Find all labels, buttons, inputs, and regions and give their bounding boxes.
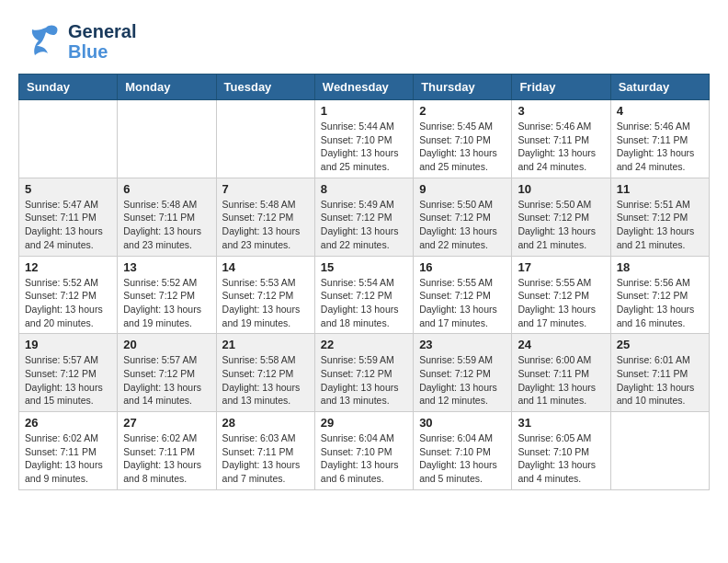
calendar-cell: 12Sunrise: 5:52 AMSunset: 7:12 PMDayligh… — [19, 256, 118, 334]
day-info: Sunrise: 5:50 AMSunset: 7:12 PMDaylight:… — [518, 198, 604, 252]
day-info: Sunrise: 5:54 AMSunset: 7:12 PMDaylight:… — [321, 276, 407, 330]
day-info: Sunrise: 5:45 AMSunset: 7:10 PMDaylight:… — [419, 120, 506, 174]
calendar-cell — [19, 100, 118, 178]
calendar-cell: 25Sunrise: 6:01 AMSunset: 7:11 PMDayligh… — [610, 334, 709, 412]
day-number: 15 — [321, 260, 407, 274]
day-number: 4 — [617, 104, 703, 118]
day-info: Sunrise: 5:44 AMSunset: 7:10 PMDaylight:… — [321, 120, 407, 174]
day-info: Sunrise: 5:57 AMSunset: 7:12 PMDaylight:… — [123, 353, 210, 408]
logo: General Blue — [18, 18, 136, 64]
calendar-cell: 13Sunrise: 5:52 AMSunset: 7:12 PMDayligh… — [118, 256, 216, 334]
calendar-cell: 11Sunrise: 5:51 AMSunset: 7:12 PMDayligh… — [610, 178, 709, 256]
day-number: 14 — [222, 260, 309, 274]
calendar-cell: 14Sunrise: 5:53 AMSunset: 7:12 PMDayligh… — [216, 256, 314, 334]
calendar-cell: 1Sunrise: 5:44 AMSunset: 7:10 PMDaylight… — [314, 100, 413, 178]
calendar-cell: 22Sunrise: 5:59 AMSunset: 7:12 PMDayligh… — [314, 334, 413, 412]
calendar-cell: 30Sunrise: 6:04 AMSunset: 7:10 PMDayligh… — [414, 412, 512, 490]
calendar-week-row: 5Sunrise: 5:47 AMSunset: 7:11 PMDaylight… — [19, 178, 710, 256]
day-info: Sunrise: 5:56 AMSunset: 7:12 PMDaylight:… — [617, 276, 703, 330]
day-number: 26 — [25, 416, 111, 430]
day-info: Sunrise: 5:58 AMSunset: 7:12 PMDaylight:… — [222, 353, 309, 408]
day-info: Sunrise: 5:52 AMSunset: 7:12 PMDaylight:… — [25, 276, 111, 330]
day-info: Sunrise: 5:52 AMSunset: 7:12 PMDaylight:… — [123, 276, 210, 330]
calendar-cell: 9Sunrise: 5:50 AMSunset: 7:12 PMDaylight… — [414, 178, 512, 256]
calendar-cell — [118, 100, 216, 178]
calendar-cell: 19Sunrise: 5:57 AMSunset: 7:12 PMDayligh… — [19, 334, 118, 412]
day-number: 7 — [222, 182, 309, 196]
day-number: 22 — [321, 338, 407, 351]
day-number: 20 — [123, 338, 210, 351]
day-info: Sunrise: 5:59 AMSunset: 7:12 PMDaylight:… — [321, 353, 407, 408]
day-number: 30 — [419, 416, 506, 430]
column-header-monday: Monday — [118, 75, 216, 100]
calendar-cell: 6Sunrise: 5:48 AMSunset: 7:11 PMDaylight… — [118, 178, 216, 256]
day-info: Sunrise: 6:04 AMSunset: 7:10 PMDaylight:… — [321, 431, 407, 486]
day-number: 25 — [617, 338, 703, 351]
day-number: 5 — [25, 182, 111, 196]
day-number: 17 — [518, 260, 604, 274]
calendar-cell: 26Sunrise: 6:02 AMSunset: 7:11 PMDayligh… — [19, 412, 118, 490]
column-header-sunday: Sunday — [19, 75, 118, 100]
day-info: Sunrise: 6:01 AMSunset: 7:11 PMDaylight:… — [617, 353, 703, 408]
day-number: 29 — [321, 416, 407, 430]
day-info: Sunrise: 6:00 AMSunset: 7:11 PMDaylight:… — [518, 353, 604, 408]
day-number: 10 — [518, 182, 604, 196]
day-number: 28 — [222, 416, 309, 430]
day-number: 8 — [321, 182, 407, 196]
calendar-cell: 21Sunrise: 5:58 AMSunset: 7:12 PMDayligh… — [216, 334, 314, 412]
day-number: 2 — [419, 104, 506, 118]
calendar-cell: 20Sunrise: 5:57 AMSunset: 7:12 PMDayligh… — [118, 334, 216, 412]
day-info: Sunrise: 6:02 AMSunset: 7:11 PMDaylight:… — [123, 431, 210, 486]
day-number: 23 — [419, 338, 506, 351]
calendar-cell: 5Sunrise: 5:47 AMSunset: 7:11 PMDaylight… — [19, 178, 118, 256]
day-number: 19 — [25, 338, 111, 351]
column-header-wednesday: Wednesday — [314, 75, 413, 100]
day-number: 16 — [419, 260, 506, 274]
calendar-header-row: SundayMondayTuesdayWednesdayThursdayFrid… — [19, 75, 710, 100]
column-header-thursday: Thursday — [414, 75, 512, 100]
calendar-week-row: 26Sunrise: 6:02 AMSunset: 7:11 PMDayligh… — [19, 412, 710, 490]
day-number: 21 — [222, 338, 309, 351]
day-number: 13 — [123, 260, 210, 274]
day-number: 1 — [321, 104, 407, 118]
day-number: 12 — [25, 260, 111, 274]
day-info: Sunrise: 5:48 AMSunset: 7:12 PMDaylight:… — [222, 198, 309, 252]
calendar-table: SundayMondayTuesdayWednesdayThursdayFrid… — [18, 74, 710, 490]
column-header-saturday: Saturday — [610, 75, 709, 100]
day-info: Sunrise: 5:46 AMSunset: 7:11 PMDaylight:… — [617, 120, 703, 174]
calendar-cell: 16Sunrise: 5:55 AMSunset: 7:12 PMDayligh… — [414, 256, 512, 334]
logo-text: General Blue — [68, 21, 136, 62]
day-info: Sunrise: 6:02 AMSunset: 7:11 PMDaylight:… — [25, 431, 111, 486]
day-info: Sunrise: 5:46 AMSunset: 7:11 PMDaylight:… — [518, 120, 604, 174]
day-number: 9 — [419, 182, 506, 196]
day-info: Sunrise: 5:55 AMSunset: 7:12 PMDaylight:… — [419, 276, 506, 330]
day-info: Sunrise: 5:48 AMSunset: 7:11 PMDaylight:… — [123, 198, 210, 252]
calendar-cell: 3Sunrise: 5:46 AMSunset: 7:11 PMDaylight… — [512, 100, 610, 178]
day-info: Sunrise: 5:59 AMSunset: 7:12 PMDaylight:… — [419, 353, 506, 408]
day-number: 18 — [617, 260, 703, 274]
calendar-cell: 2Sunrise: 5:45 AMSunset: 7:10 PMDaylight… — [414, 100, 512, 178]
column-header-friday: Friday — [512, 75, 610, 100]
day-info: Sunrise: 6:05 AMSunset: 7:10 PMDaylight:… — [518, 431, 604, 486]
day-info: Sunrise: 5:47 AMSunset: 7:11 PMDaylight:… — [25, 198, 111, 252]
day-info: Sunrise: 5:53 AMSunset: 7:12 PMDaylight:… — [222, 276, 309, 330]
day-number: 31 — [518, 416, 604, 430]
day-info: Sunrise: 6:04 AMSunset: 7:10 PMDaylight:… — [419, 431, 506, 486]
calendar-cell: 28Sunrise: 6:03 AMSunset: 7:11 PMDayligh… — [216, 412, 314, 490]
logo-icon — [18, 18, 64, 64]
calendar-cell — [216, 100, 314, 178]
page-header: General Blue — [18, 18, 710, 64]
calendar-week-row: 1Sunrise: 5:44 AMSunset: 7:10 PMDaylight… — [19, 100, 710, 178]
calendar-cell — [610, 412, 709, 490]
calendar-cell: 4Sunrise: 5:46 AMSunset: 7:11 PMDaylight… — [610, 100, 709, 178]
column-header-tuesday: Tuesday — [216, 75, 314, 100]
calendar-cell: 7Sunrise: 5:48 AMSunset: 7:12 PMDaylight… — [216, 178, 314, 256]
day-info: Sunrise: 5:51 AMSunset: 7:12 PMDaylight:… — [617, 198, 703, 252]
calendar-cell: 31Sunrise: 6:05 AMSunset: 7:10 PMDayligh… — [512, 412, 610, 490]
day-number: 6 — [123, 182, 210, 196]
calendar-cell: 24Sunrise: 6:00 AMSunset: 7:11 PMDayligh… — [512, 334, 610, 412]
calendar-cell: 8Sunrise: 5:49 AMSunset: 7:12 PMDaylight… — [314, 178, 413, 256]
day-info: Sunrise: 5:55 AMSunset: 7:12 PMDaylight:… — [518, 276, 604, 330]
calendar-week-row: 12Sunrise: 5:52 AMSunset: 7:12 PMDayligh… — [19, 256, 710, 334]
calendar-cell: 10Sunrise: 5:50 AMSunset: 7:12 PMDayligh… — [512, 178, 610, 256]
